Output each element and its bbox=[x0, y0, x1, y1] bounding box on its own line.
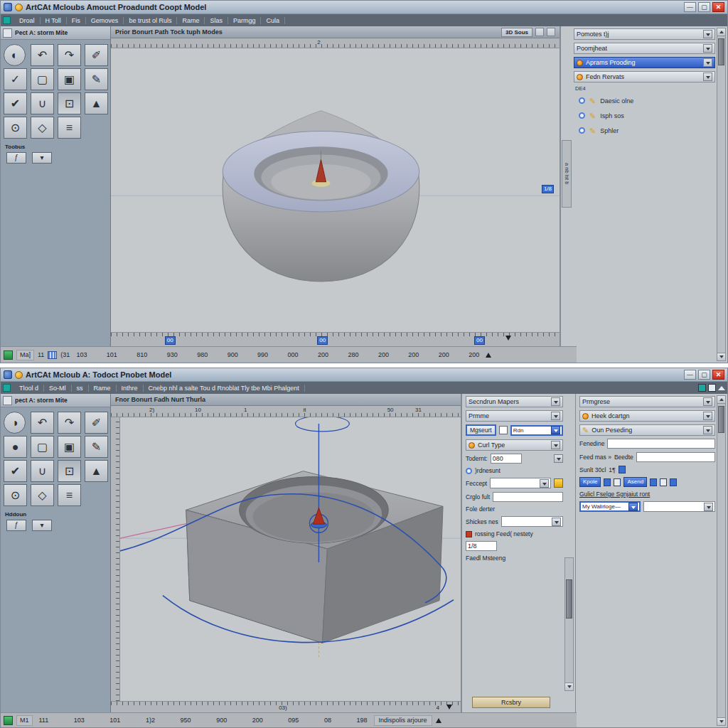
scroll-thumb[interactable] bbox=[566, 579, 572, 619]
tool-button[interactable]: ∪ bbox=[31, 460, 54, 482]
selected-operation-dropdown[interactable]: Aprams Prooding bbox=[574, 57, 715, 68]
minimize-button[interactable]: — bbox=[684, 2, 696, 12]
swatch-button[interactable] bbox=[614, 478, 621, 486]
crglo-input[interactable] bbox=[493, 492, 563, 502]
canvas-3d[interactable]: 1/8 bbox=[111, 48, 560, 332]
tool-button[interactable]: ▢ bbox=[31, 68, 54, 90]
tool-button[interactable]: ▢ bbox=[31, 436, 54, 458]
tool-button-active[interactable]: ⊡ bbox=[58, 460, 81, 482]
tool-button[interactable]: ◐ bbox=[4, 44, 26, 66]
menu-item[interactable]: Rame bbox=[177, 17, 205, 24]
tool-button[interactable]: ✐ bbox=[85, 44, 108, 66]
panel-header-dropdown[interactable]: Pomotes t)j bbox=[574, 28, 715, 40]
menu-item[interactable]: ss bbox=[72, 385, 89, 392]
tool-button[interactable]: ✐ bbox=[85, 412, 108, 434]
swatch-button[interactable] bbox=[670, 478, 677, 486]
close-button[interactable]: ✕ bbox=[712, 370, 724, 380]
scrollbar-vertical[interactable] bbox=[564, 557, 574, 691]
tree-item[interactable]: ✎ Isph sos bbox=[574, 108, 715, 123]
chevron-down-icon[interactable] bbox=[703, 412, 712, 420]
maximize-button[interactable]: ▢ bbox=[698, 370, 710, 380]
chevron-down-icon[interactable] bbox=[552, 518, 561, 526]
swatch-button[interactable] bbox=[660, 478, 667, 486]
viewport-3d[interactable]: Prior Bonurt Path Tock tuph Modes 3D Sou… bbox=[111, 26, 560, 346]
scrollbar-vertical[interactable] bbox=[717, 28, 726, 361]
feed-input[interactable] bbox=[636, 452, 715, 462]
scroll-up-icon[interactable] bbox=[717, 396, 725, 404]
fenedine-input[interactable] bbox=[607, 439, 715, 449]
menu-item[interactable]: be trust ol Ruls bbox=[124, 17, 177, 24]
menu-item[interactable]: Cula bbox=[261, 17, 285, 24]
chevron-down-icon[interactable] bbox=[703, 58, 712, 67]
scroll-down-icon[interactable] bbox=[565, 682, 573, 690]
minimize-button[interactable]: — bbox=[684, 370, 696, 380]
chevron-down-icon[interactable] bbox=[551, 412, 560, 420]
apply-button[interactable]: Rcsbry bbox=[472, 697, 550, 708]
menu-item[interactable]: Parmgg bbox=[228, 17, 262, 24]
menu-item[interactable]: Tlool d bbox=[14, 385, 44, 392]
grid-icon[interactable] bbox=[48, 351, 57, 359]
menu-item[interactable]: Fis bbox=[67, 17, 86, 24]
titlebar[interactable]: ArtCAt Mcloubs Amouct Proadundt Coopt Mo… bbox=[1, 1, 727, 14]
chevron-down-icon[interactable] bbox=[628, 503, 638, 511]
chevron-down-icon[interactable] bbox=[703, 73, 712, 81]
shickes-select[interactable] bbox=[501, 516, 563, 527]
view-option-icon[interactable] bbox=[547, 28, 555, 36]
font-button[interactable]: ƒ bbox=[6, 152, 26, 164]
viewport-3d[interactable]: Fnor Bonurt Fadh Nurt Thurla 2) 10 1 it … bbox=[111, 394, 461, 712]
font-button[interactable]: ƒ bbox=[6, 520, 26, 531]
scroll-thumb[interactable] bbox=[718, 406, 724, 433]
dropdown-small-button[interactable]: ▾ bbox=[32, 520, 52, 531]
chevron-down-icon[interactable] bbox=[704, 503, 713, 511]
color-swatch-button[interactable] bbox=[554, 478, 563, 488]
tool-button[interactable]: ◑ bbox=[4, 412, 26, 434]
tool-button[interactable]: ✎ bbox=[85, 68, 108, 90]
color-swatch-button[interactable] bbox=[619, 466, 626, 473]
radio-icon[interactable] bbox=[466, 468, 472, 474]
rossing-input[interactable] bbox=[466, 541, 497, 551]
scrollbar-vertical[interactable] bbox=[717, 395, 726, 726]
chevron-down-icon[interactable] bbox=[703, 44, 712, 53]
scroll-up-icon[interactable] bbox=[717, 28, 725, 36]
canvas-3d[interactable] bbox=[120, 417, 461, 701]
measure-button[interactable]: Mgseurt bbox=[466, 424, 496, 436]
curl-type-dropdown[interactable]: Curl Type bbox=[466, 439, 563, 451]
chevron-down-icon[interactable] bbox=[551, 441, 560, 449]
tool-button[interactable]: ▲ bbox=[85, 92, 108, 114]
tool-button[interactable]: ↷ bbox=[58, 44, 81, 66]
chevron-down-icon[interactable] bbox=[554, 454, 563, 463]
scroll-down-icon[interactable] bbox=[717, 353, 725, 360]
radio-row[interactable]: )rdnesunt bbox=[466, 467, 563, 474]
tool-button[interactable]: ✓ bbox=[4, 68, 27, 90]
radio-icon[interactable] bbox=[579, 112, 585, 119]
tool-button[interactable]: ◇ bbox=[31, 484, 54, 506]
tolerance-input[interactable] bbox=[491, 454, 522, 464]
tool-button[interactable]: ▣ bbox=[58, 436, 81, 458]
tool-button[interactable]: ⊙ bbox=[4, 484, 27, 506]
kpole-button[interactable]: Kpole bbox=[579, 477, 601, 487]
tool-button[interactable]: ≡ bbox=[58, 117, 81, 139]
chevron-down-icon[interactable] bbox=[540, 479, 549, 488]
panel-dropdown[interactable]: Poomjheat bbox=[574, 43, 715, 54]
collapsed-panel-tab[interactable]: a nb lst b bbox=[562, 140, 572, 208]
heek-dropdown[interactable]: Heek dcartgn bbox=[579, 410, 715, 422]
chevron-down-icon[interactable] bbox=[703, 397, 712, 406]
tool-button[interactable]: ≡ bbox=[58, 484, 81, 506]
panel-toggle-icon[interactable] bbox=[698, 384, 706, 392]
chevron-up-icon[interactable] bbox=[718, 386, 725, 390]
slider-marker[interactable] bbox=[446, 705, 452, 710]
feccept-select[interactable] bbox=[490, 478, 551, 488]
slider-marker[interactable] bbox=[505, 336, 511, 341]
radio-icon[interactable] bbox=[579, 127, 585, 134]
tool-button[interactable]: ▲ bbox=[85, 460, 108, 482]
tool-button[interactable]: ↷ bbox=[58, 412, 81, 434]
chevron-down-icon[interactable] bbox=[703, 30, 712, 38]
scroll-down-icon[interactable] bbox=[717, 717, 725, 725]
view-mode-button[interactable]: 3D Sous bbox=[501, 28, 532, 37]
dropdown-small-button[interactable]: ▾ bbox=[32, 152, 52, 164]
titlebar[interactable]: ArtCAt Mcloub A: Todoct Pnobet Model — ▢… bbox=[1, 368, 727, 382]
tool-button[interactable]: ↶ bbox=[31, 412, 54, 434]
tool-button[interactable]: ◇ bbox=[31, 117, 54, 139]
oun-dropdown[interactable]: ✎ Oun Peseding bbox=[579, 424, 715, 436]
palette-icon[interactable] bbox=[3, 396, 12, 405]
